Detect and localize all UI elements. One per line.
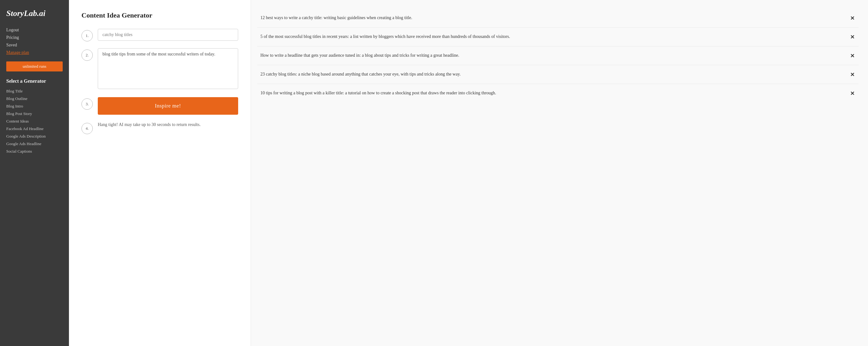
generator-item-google-ads-description[interactable]: Google Ads Description <box>6 133 63 140</box>
result-item: 12 best ways to write a catchy title: wr… <box>257 9 859 28</box>
page-title: Content Idea Generator <box>82 11 238 20</box>
form-step-3: 3. Inspire me! <box>82 97 238 115</box>
step-input-3: Inspire me! <box>98 97 238 115</box>
step1-input[interactable] <box>98 29 238 41</box>
step-input-2 <box>98 48 238 90</box>
step-input-4: Hang tight! AI may take up to 30 seconds… <box>98 122 238 127</box>
wait-text: Hang tight! AI may take up to 30 seconds… <box>98 120 200 127</box>
result-item: 23 catchy blog titles: a niche blog base… <box>257 65 859 84</box>
result-close-button[interactable]: ✕ <box>849 34 856 40</box>
main-content: Content Idea Generator 1. 2. 3. Inspire … <box>69 0 868 346</box>
result-text: 12 best ways to write a catchy title: wr… <box>260 14 845 21</box>
generator-item-content-ideas[interactable]: Content Ideas <box>6 118 63 125</box>
form-step-1: 1. <box>82 29 238 41</box>
nav-links: Logout Pricing Saved Manage plan <box>6 27 63 56</box>
generator-item-blog-post-story[interactable]: Blog Post Story <box>6 110 63 117</box>
step-input-1 <box>98 29 238 41</box>
generator-list: Blog Title Blog Outline Blog Intro Blog … <box>6 88 63 155</box>
generator-item-social-captions[interactable]: Social Captions <box>6 148 63 155</box>
generator-item-blog-title[interactable]: Blog Title <box>6 88 63 95</box>
nav-saved[interactable]: Saved <box>6 42 63 48</box>
result-close-button[interactable]: ✕ <box>849 53 856 59</box>
result-item: 5 of the most successful blog titles in … <box>257 28 859 46</box>
generator-item-google-ads-headline[interactable]: Google Ads Headline <box>6 140 63 147</box>
result-text: 10 tips for writing a blog post with a k… <box>260 90 845 97</box>
sidebar: StoryLab.ai Logout Pricing Saved Manage … <box>0 0 69 346</box>
form-area: Content Idea Generator 1. 2. 3. Inspire … <box>69 0 251 346</box>
generator-item-blog-outline[interactable]: Blog Outline <box>6 95 63 102</box>
step-circle-2: 2. <box>82 50 93 61</box>
generator-item-facebook-ad-headline[interactable]: Facebook Ad Headline <box>6 125 63 132</box>
step2-textarea[interactable] <box>98 48 238 89</box>
select-generator-label: Select a Generator <box>6 78 63 84</box>
form-step-4: 4. Hang tight! AI may take up to 30 seco… <box>82 122 238 134</box>
step-circle-1: 1. <box>82 30 93 41</box>
logo: StoryLab.ai <box>6 9 63 18</box>
step-circle-3: 3. <box>82 98 93 110</box>
unlimited-badge: unlimited runs <box>6 61 63 71</box>
nav-logout[interactable]: Logout <box>6 27 63 33</box>
result-item: How to write a headline that gets your a… <box>257 46 859 65</box>
result-item: 10 tips for writing a blog post with a k… <box>257 84 859 102</box>
result-text: How to write a headline that gets your a… <box>260 52 845 59</box>
result-close-button[interactable]: ✕ <box>849 90 856 97</box>
generator-item-blog-intro[interactable]: Blog Intro <box>6 103 63 110</box>
result-close-button[interactable]: ✕ <box>849 71 856 78</box>
results-card: 12 best ways to write a catchy title: wr… <box>257 9 859 102</box>
step-circle-4: 4. <box>82 123 93 134</box>
form-step-2: 2. <box>82 48 238 90</box>
inspire-button[interactable]: Inspire me! <box>98 97 238 115</box>
result-text: 5 of the most successful blog titles in … <box>260 33 845 40</box>
nav-pricing[interactable]: Pricing <box>6 34 63 41</box>
nav-manage-plan[interactable]: Manage plan <box>6 50 63 56</box>
results-area: 12 best ways to write a catchy title: wr… <box>251 0 868 346</box>
result-text: 23 catchy blog titles: a niche blog base… <box>260 71 845 78</box>
result-close-button[interactable]: ✕ <box>849 15 856 22</box>
